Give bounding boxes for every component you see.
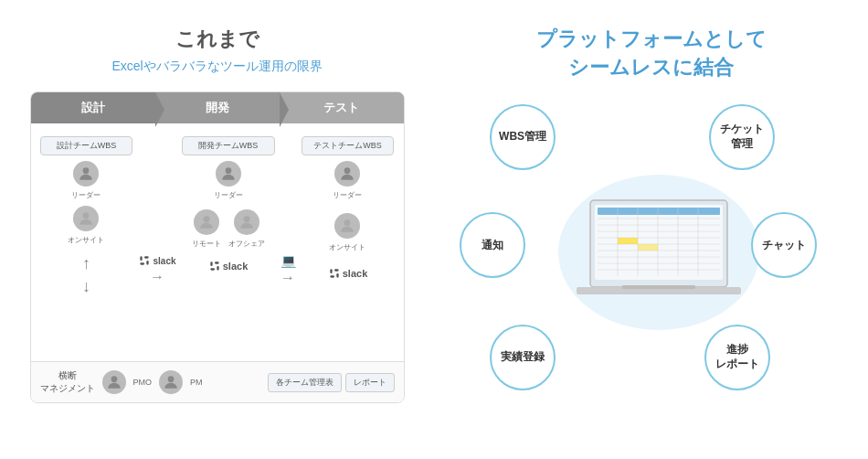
right-title: プラットフォームとして シームレスに結合 — [536, 26, 767, 82]
svg-rect-18 — [330, 275, 334, 277]
label-onsite-design: オンサイト — [68, 235, 104, 245]
avatar-leader-design — [73, 161, 99, 187]
svg-point-14 — [344, 219, 351, 226]
svg-rect-38 — [618, 238, 638, 244]
svg-rect-4 — [144, 256, 149, 258]
svg-rect-16 — [336, 273, 338, 278]
mgmt-bar: 横断マネジメント PMO PM 各チーム管理表 レポート — [31, 361, 404, 402]
svg-point-8 — [243, 216, 249, 222]
wbs-design: 設計チームWBS — [40, 136, 133, 155]
avatar-onsite-test — [334, 213, 360, 239]
right-panel: プラットフォームとして シームレスに結合 — [434, 0, 868, 459]
up-arrow-design: ↑ — [82, 254, 90, 273]
label-leader-test: リーダー — [333, 190, 362, 200]
label-leader-design: リーダー — [71, 190, 101, 200]
label-leader-dev: リーダー — [214, 190, 243, 200]
dev-sub-row: リモート オフシェア — [192, 209, 265, 249]
slack-dev: slack — [208, 260, 249, 272]
left-title: これまで — [175, 26, 259, 53]
svg-rect-15 — [330, 269, 332, 273]
svg-rect-17 — [334, 269, 339, 271]
svg-rect-12 — [210, 268, 215, 270]
arrow-col1-col2: slack → — [138, 133, 175, 352]
mgmt-label: 横断マネジメント — [40, 369, 95, 395]
avatar-pmo — [102, 370, 126, 394]
svg-point-13 — [344, 167, 351, 174]
report-box: レポート — [345, 373, 395, 392]
bubble-progress: 進捗レポート — [704, 325, 770, 390]
bubble-record: 実績登録 — [490, 325, 556, 390]
slack-between-1-2: slack — [138, 254, 175, 267]
test-leader-row: リーダー — [333, 161, 362, 200]
avatar-onsite-design — [73, 206, 99, 231]
svg-rect-5 — [141, 262, 145, 264]
arrow-col2-col3: 💻 → — [281, 133, 296, 352]
slack-test: slack — [328, 267, 368, 280]
label-onsite-test: オンサイト — [329, 242, 365, 252]
right-title-line2: シームレスに結合 — [568, 56, 734, 79]
right-title-line1: プラットフォームとして — [536, 27, 767, 50]
phase-dev: 開発 — [155, 92, 280, 123]
col-test: テストチームWBS リーダー オンサイト — [300, 133, 397, 352]
laptop-illustration — [572, 196, 746, 309]
svg-point-0 — [83, 167, 90, 174]
design-avatar-row: リーダー — [71, 161, 101, 200]
avatar-offshore-dev — [234, 209, 259, 235]
label-remote-dev: リモート — [192, 239, 221, 249]
col-design: 設計チームWBS リーダー オンサイト — [38, 133, 135, 352]
phase-test: テスト — [280, 92, 404, 123]
avatar-leader-test — [334, 161, 360, 187]
svg-point-19 — [111, 376, 117, 382]
laptop-svg — [572, 196, 746, 305]
svg-point-6 — [225, 167, 231, 174]
test-sub-row: オンサイト — [329, 213, 365, 252]
bubble-chat: チャット — [751, 212, 817, 278]
report-group: 各チーム管理表 レポート — [210, 373, 395, 392]
label-offshore-dev: オフシェア — [228, 239, 265, 249]
avatar-leader-dev — [216, 161, 241, 187]
bubble-ticket: チケット管理 — [709, 104, 775, 170]
left-panel: これまで Excelやバラバラなツール運用の限界 設計 開発 テスト 設計チーム… — [0, 0, 434, 459]
svg-rect-11 — [215, 262, 219, 263]
avatar-pm — [159, 370, 183, 394]
bubble-notify: 通知 — [460, 212, 525, 278]
svg-rect-39 — [638, 244, 658, 251]
mgmt-label-group: 横断マネジメント — [40, 369, 95, 395]
diagram-body: 設計チームWBS リーダー オンサイト — [31, 123, 404, 361]
pm-label: PM — [190, 378, 203, 387]
phase-design: 設計 — [31, 92, 155, 123]
avatar-remote-dev — [194, 209, 219, 235]
left-subtitle: Excelやバラバラなツール運用の限界 — [111, 59, 322, 75]
wbs-dev: 開発チームWBS — [182, 136, 275, 155]
wbs-test: テストチームWBS — [302, 136, 395, 155]
svg-rect-10 — [217, 266, 218, 271]
svg-rect-41 — [622, 285, 695, 289]
design-onsite-row: オンサイト — [68, 206, 104, 245]
col-dev: 開発チームWBS リーダー リモート — [180, 133, 277, 352]
svg-point-20 — [168, 376, 175, 382]
bubble-wbs: WBS管理 — [490, 104, 556, 170]
svg-point-7 — [203, 216, 209, 222]
phase-header: 設計 開発 テスト — [31, 92, 404, 123]
svg-rect-22 — [595, 205, 723, 280]
svg-rect-9 — [210, 262, 212, 266]
workflow-diagram: 設計 開発 テスト 設計チームWBS リーダー — [30, 91, 405, 403]
team-table-box: 各チーム管理表 — [268, 373, 342, 392]
svg-rect-2 — [141, 256, 143, 261]
pmo-label: PMO — [133, 378, 153, 387]
platform-container: WBS管理 チケット管理 通知 チャット 実績登録 進捗レポート — [460, 88, 843, 417]
svg-rect-23 — [598, 208, 720, 215]
svg-point-1 — [83, 212, 90, 219]
down-arrow-design: ↓ — [82, 277, 90, 296]
svg-rect-3 — [147, 261, 149, 265]
dev-leader-row: リーダー — [214, 161, 243, 200]
